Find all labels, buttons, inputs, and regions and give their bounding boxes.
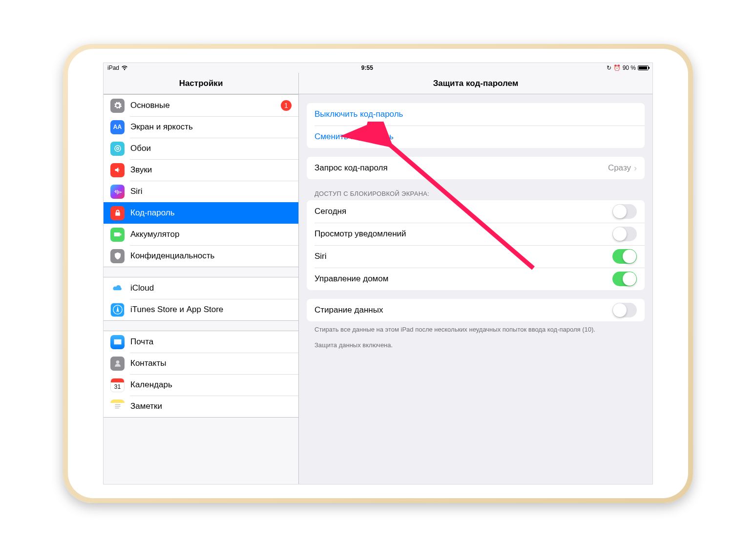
svg-rect-2	[114, 232, 120, 236]
sidebar-item-mail[interactable]: Почта	[104, 331, 298, 353]
wallpaper-icon	[110, 142, 125, 156]
turn-off-passcode-label: Выключить код-пароль	[315, 109, 403, 119]
lockscreen-toggle[interactable]	[612, 204, 637, 219]
sidebar-item-privacy[interactable]: Конфиденциальность	[104, 245, 298, 267]
svg-point-1	[115, 146, 121, 151]
svg-rect-3	[120, 233, 121, 235]
svg-point-0	[116, 147, 119, 150]
sidebar-item-label: Siri	[130, 187, 292, 196]
require-passcode-value: Сразу	[608, 163, 631, 173]
sidebar-item-label: iTunes Store и App Store	[130, 305, 292, 315]
status-bar: iPad 9:55 ↻ ⏰ 90 %	[104, 63, 652, 73]
require-passcode-label: Запрос код-пароля	[315, 163, 388, 173]
settings-sidebar: Настройки Основные1AAЭкран и яркостьОбои…	[104, 73, 299, 484]
display-icon: AA	[110, 120, 125, 134]
erase-footer: Стирать все данные на этом iPad после не…	[299, 321, 652, 334]
erase-data-label: Стирание данных	[315, 305, 383, 315]
lockscreen-header: ДОСТУП С БЛОКИРОВКОЙ ЭКРАНА:	[299, 179, 652, 200]
sidebar-item-label: Календарь	[130, 380, 292, 390]
erase-data-toggle[interactable]	[612, 303, 637, 317]
contacts-icon	[110, 357, 125, 371]
ipad-frame: iPad 9:55 ↻ ⏰ 90 % Настройки Основны	[63, 44, 693, 503]
lockscreen-row: Управление домом	[307, 268, 645, 290]
lockscreen-row: Siri	[307, 245, 645, 268]
detail-title: Защита код-паролем	[299, 73, 652, 94]
siri-icon	[110, 185, 125, 199]
sidebar-item-wallpaper[interactable]: Обои	[104, 138, 298, 159]
sidebar-item-general[interactable]: Основные1	[104, 95, 298, 116]
battery-icon	[638, 65, 649, 70]
sidebar-item-label: Основные	[130, 101, 281, 110]
alarm-icon: ⏰	[613, 64, 621, 71]
chevron-right-icon: ›	[634, 163, 637, 173]
calendar-icon: 31	[110, 378, 125, 392]
sidebar-item-itunes[interactable]: iTunes Store и App Store	[104, 299, 298, 320]
device-label: iPad	[107, 64, 119, 71]
screen: iPad 9:55 ↻ ⏰ 90 % Настройки Основны	[103, 63, 653, 484]
sidebar-item-battery[interactable]: Аккумулятор	[104, 224, 298, 245]
sounds-icon	[110, 163, 125, 177]
mail-icon	[110, 335, 125, 349]
sidebar-item-display[interactable]: AAЭкран и яркость	[104, 116, 298, 138]
sidebar-item-label: Звуки	[130, 165, 292, 175]
sidebar-item-passcode[interactable]: Код-пароль	[104, 202, 298, 224]
lockscreen-row-label: Просмотр уведомлений	[315, 229, 406, 239]
icloud-icon	[110, 281, 125, 295]
turn-off-passcode-button[interactable]: Выключить код-пароль	[307, 103, 645, 126]
sidebar-item-siri[interactable]: Siri	[104, 181, 298, 202]
sidebar-item-calendar[interactable]: 31Календарь	[104, 374, 298, 396]
sidebar-item-label: Обои	[130, 144, 292, 153]
sidebar-item-label: Экран и яркость	[130, 122, 292, 132]
orientation-lock-icon: ↻	[607, 64, 611, 71]
require-passcode-row[interactable]: Запрос код-пароля Сразу ›	[307, 157, 645, 179]
lockscreen-row-label: Siri	[315, 252, 327, 261]
change-passcode-label: Сменить код-пароль	[315, 132, 394, 142]
battery-icon	[110, 228, 125, 242]
protection-footer: Защита данных включена.	[299, 334, 652, 350]
lockscreen-row: Просмотр уведомлений	[307, 223, 645, 245]
lockscreen-toggle[interactable]	[612, 227, 637, 241]
lockscreen-toggle[interactable]	[612, 249, 637, 264]
sidebar-item-label: Аккумулятор	[130, 230, 292, 239]
clock: 9:55	[128, 64, 607, 71]
lockscreen-row-label: Сегодня	[315, 207, 346, 216]
passcode-icon	[110, 206, 125, 220]
notes-icon	[110, 400, 125, 414]
svg-point-5	[116, 360, 119, 364]
change-passcode-button[interactable]: Сменить код-пароль	[307, 126, 645, 148]
itunes-icon	[110, 303, 125, 317]
sidebar-item-label: Заметки	[130, 401, 292, 411]
privacy-icon	[110, 249, 125, 263]
lockscreen-toggle[interactable]	[612, 272, 637, 286]
lockscreen-row: Сегодня	[307, 200, 645, 223]
sidebar-title: Настройки	[104, 73, 298, 94]
sidebar-item-label: Конфиденциальность	[130, 251, 292, 261]
sidebar-item-label: Контакты	[130, 358, 292, 368]
lockscreen-row-label: Управление домом	[315, 274, 388, 284]
battery-percent: 90 %	[623, 64, 636, 71]
sidebar-item-sounds[interactable]: Звуки	[104, 159, 298, 181]
general-icon	[110, 99, 125, 113]
sidebar-item-notes[interactable]: Заметки	[104, 396, 298, 417]
erase-data-row: Стирание данных	[307, 299, 645, 321]
wifi-icon	[121, 65, 128, 70]
sidebar-item-contacts[interactable]: Контакты	[104, 353, 298, 374]
badge: 1	[281, 100, 292, 111]
sidebar-item-label: iCloud	[130, 283, 292, 293]
sidebar-item-label: Код-пароль	[130, 208, 292, 218]
sidebar-item-icloud[interactable]: iCloud	[104, 277, 298, 299]
sidebar-item-label: Почта	[130, 337, 292, 347]
detail-pane: Защита код-паролем Выключить код-пароль …	[299, 73, 652, 484]
